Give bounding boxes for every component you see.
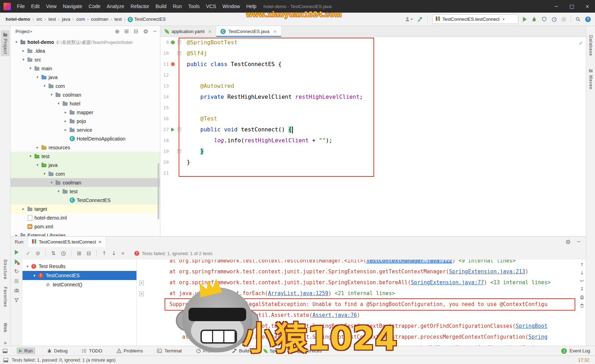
- class-marker-icon[interactable]: [169, 62, 177, 66]
- breadcrumb-item-testconnectes[interactable]: C TestConnectES: [127, 16, 166, 22]
- chevron-right-icon[interactable]: ▸: [20, 207, 26, 211]
- stack-trace-link[interactable]: SpringExtension.java:213: [449, 268, 525, 275]
- settings-icon[interactable]: [143, 29, 148, 34]
- fold-marker-icon[interactable]: [177, 149, 181, 153]
- show-passed-icon[interactable]: ✓: [26, 251, 31, 256]
- toolwindow-button-services[interactable]: Services: [294, 347, 324, 354]
- chevron-down-icon[interactable]: ▾: [34, 163, 40, 167]
- tree-item-com[interactable]: ▾com: [11, 169, 160, 178]
- menu-vcs[interactable]: VCS: [203, 0, 219, 13]
- breadcrumb-item-java[interactable]: java: [61, 16, 71, 22]
- show-ignored-icon[interactable]: ⊘: [36, 251, 40, 256]
- clear-icon[interactable]: [580, 303, 584, 308]
- menu-analyze[interactable]: Analyze: [104, 0, 128, 13]
- user-icon[interactable]: ▾: [405, 17, 412, 22]
- editor-line-18[interactable]: 18 log.info(restHighLevelClient + "");: [160, 135, 586, 146]
- toolwindow-button-build[interactable]: Build: [229, 347, 252, 354]
- tree-item-resources[interactable]: ▸resources: [11, 143, 160, 152]
- hide-icon[interactable]: ─: [577, 239, 580, 245]
- fold-marker-icon[interactable]: [177, 51, 181, 55]
- tree-item-src[interactable]: ▾src: [11, 55, 160, 64]
- print-icon[interactable]: [580, 295, 584, 300]
- editor-line-14[interactable]: 14 private RestHighLevelClient restHighL…: [160, 91, 586, 102]
- tree-item-service[interactable]: ▸service: [11, 125, 160, 134]
- profiler-icon[interactable]: [551, 17, 557, 22]
- editor-tab-application-yaml[interactable]: application.yaml×: [160, 26, 216, 37]
- editor-line-20[interactable]: 20}: [160, 157, 586, 168]
- sidebar-tab-database[interactable]: Database: [586, 35, 595, 56]
- breadcrumb-item-com[interactable]: com: [76, 16, 86, 22]
- close-icon[interactable]: ×: [208, 29, 212, 34]
- collapse-all-icon[interactable]: ⊟: [87, 251, 91, 256]
- breadcrumb-item-hotel-demo[interactable]: hotel-demo: [5, 16, 31, 22]
- sidebar-tab-web[interactable]: Web: [0, 323, 11, 332]
- previous-failed-icon[interactable]: ↑: [102, 251, 107, 256]
- editor-area[interactable]: application.yaml×CTestConnectES.java× 9@…: [160, 26, 586, 236]
- stack-trace-link[interactable]: Assert.java:76: [312, 312, 357, 318]
- editor-line-13[interactable]: 13 @Autowired: [160, 80, 586, 91]
- tree-item-mapper[interactable]: ▸mapper: [11, 108, 160, 117]
- run-test-icon[interactable]: [169, 128, 177, 132]
- expand-all-icon[interactable]: ⊞: [124, 29, 129, 34]
- editor-line-12[interactable]: 12: [160, 70, 586, 80]
- fold-marker-icon[interactable]: [177, 128, 181, 131]
- run-configuration-select[interactable]: TestConnectES.testConnect ▾: [432, 14, 518, 24]
- chevron-down-icon[interactable]: ▾: [27, 154, 33, 158]
- chevron-right-icon[interactable]: ▸: [20, 48, 26, 53]
- test-tree-item-testconnect-[interactable]: ⊘testConnect(): [23, 280, 136, 289]
- breadcrumb-item-test[interactable]: test: [48, 16, 57, 22]
- chevron-down-icon[interactable]: ▾: [20, 57, 26, 62]
- editor-line-19[interactable]: 19 }: [160, 146, 586, 157]
- locate-icon[interactable]: ⊕: [115, 29, 119, 34]
- scroll-up-icon[interactable]: ↑: [580, 262, 584, 267]
- rerun-icon[interactable]: [15, 250, 19, 255]
- toolwindow-button-terminal[interactable]: Terminal: [154, 347, 184, 354]
- chevron-right-icon[interactable]: ▸: [63, 110, 69, 115]
- chevron-down-icon[interactable]: ▾: [32, 273, 37, 278]
- chevron-down-icon[interactable]: ▾: [34, 75, 40, 79]
- tool-windows-icon[interactable]: [3, 349, 7, 353]
- chevron-down-icon[interactable]: ▾: [49, 92, 55, 97]
- stack-trace-link[interactable]: Spring: [528, 334, 547, 340]
- editor-tab-testconnectes-java[interactable]: CTestConnectES.java×: [216, 26, 281, 37]
- close-icon[interactable]: ×: [273, 29, 277, 34]
- editor-line-10[interactable]: 10@Slf4j: [160, 48, 586, 59]
- scrollbar-thumb[interactable]: [158, 163, 159, 219]
- menu-edit[interactable]: Edit: [28, 0, 43, 13]
- stack-trace-link[interactable]: ArrayList.java:1259: [268, 290, 328, 297]
- tree-item-testconnectes[interactable]: CTestConnectES: [11, 196, 160, 204]
- project-panel-title[interactable]: Project: [15, 29, 30, 34]
- minimize-button[interactable]: ─: [549, 0, 564, 13]
- more-icon[interactable]: »: [121, 251, 124, 256]
- coverage-icon[interactable]: [542, 17, 547, 22]
- close-icon[interactable]: ×: [98, 239, 102, 245]
- chevron-right-icon[interactable]: ▸: [63, 119, 69, 123]
- chevron-down-icon[interactable]: ▾: [41, 171, 47, 176]
- tree-item-test[interactable]: ▾test: [11, 152, 160, 161]
- sidebar-tab-favorites[interactable]: Favorites: [0, 287, 11, 307]
- console-fold-icon[interactable]: +: [139, 292, 144, 296]
- toggle-auto-test-icon[interactable]: ↻: [14, 269, 19, 274]
- chevron-down-icon[interactable]: ▾: [13, 40, 19, 44]
- editor-line-16[interactable]: 16 @Test: [160, 113, 586, 124]
- tree-item-java[interactable]: ▾java: [11, 161, 160, 169]
- chevron-right-icon[interactable]: ▸: [63, 128, 69, 132]
- code-editor[interactable]: 9@SpringBootTest10@Slf4j11public class T…: [160, 37, 586, 236]
- toolwindow-button-run[interactable]: Run: [17, 347, 35, 354]
- tree-item-coolman[interactable]: ▾coolman: [11, 90, 160, 99]
- tree-item-hotel-demo[interactable]: ▾hotel-demoE:\系统默认\桌面\TeachProjects\hote…: [11, 38, 160, 46]
- editor-line-15[interactable]: 15: [160, 102, 586, 113]
- menu-tools[interactable]: Tools: [185, 0, 203, 13]
- close-button[interactable]: ×: [580, 0, 595, 13]
- dump-icon[interactable]: [14, 288, 19, 293]
- menu-navigate[interactable]: Navigate: [60, 0, 85, 13]
- console-output[interactable]: at org.springframework.test.context.Test…: [136, 260, 586, 346]
- editor-line-17[interactable]: 17 public void testConnect() {: [160, 124, 586, 135]
- sort-duration-icon[interactable]: [61, 251, 66, 256]
- stop-icon[interactable]: [14, 279, 19, 283]
- soft-wrap-icon[interactable]: ↩: [580, 279, 584, 283]
- rerun-failed-icon[interactable]: [15, 259, 19, 264]
- breadcrumb-item-coolman[interactable]: coolman: [90, 16, 109, 22]
- console-fold-icon[interactable]: +: [139, 281, 144, 285]
- search-icon[interactable]: [575, 17, 581, 22]
